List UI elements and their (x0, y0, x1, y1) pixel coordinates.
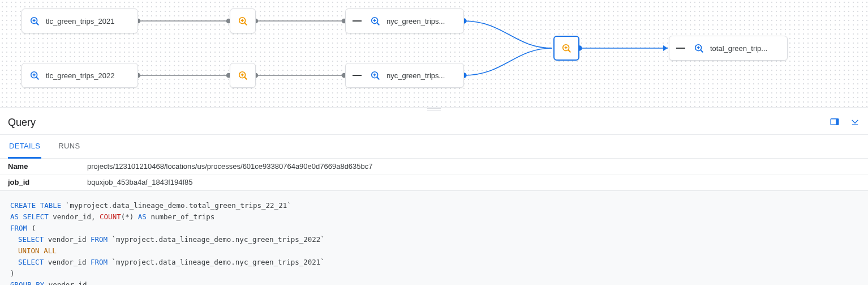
panel-tabs: DETAILS RUNS (0, 135, 868, 159)
intermediate-table-node[interactable]: nyc_green_trips... (345, 8, 464, 33)
collapse-panel-icon[interactable] (850, 117, 860, 129)
svg-line-23 (377, 77, 379, 79)
node-label: tlc_green_trips_2021 (46, 17, 114, 25)
bigquery-icon (693, 42, 704, 54)
node-label: nyc_green_trips... (386, 17, 445, 25)
svg-line-19 (36, 77, 38, 79)
bigquery-icon (29, 70, 40, 81)
collapse-icon[interactable] (353, 75, 362, 76)
sql-code-block: CREATE TABLE `myproject.data_lineage_dem… (0, 191, 868, 285)
panel-title: Query (8, 117, 36, 129)
panel-header: Query (0, 111, 868, 135)
process-node[interactable] (230, 63, 256, 88)
process-icon (237, 70, 248, 81)
tab-details[interactable]: DETAILS (8, 135, 41, 159)
table-row: job_id bquxjob_453ba4af_1843f194f85 (0, 175, 868, 190)
svg-line-25 (568, 50, 570, 52)
process-icon (561, 42, 572, 54)
side-panel-icon[interactable] (830, 117, 840, 129)
svg-marker-11 (663, 45, 668, 51)
svg-line-21 (244, 77, 246, 79)
prop-key-name: Name (8, 162, 87, 171)
svg-line-17 (377, 23, 379, 24)
source-table-node[interactable]: tlc_green_trips_2021 (22, 8, 138, 33)
prop-val-jobid: bquxjob_453ba4af_1843f194f85 (87, 178, 193, 186)
table-row: Name projects/123101210468/locations/us/… (0, 159, 868, 175)
lineage-graph[interactable]: tlc_green_trips_2021 nyc_green_trips... … (0, 0, 868, 108)
source-table-node[interactable]: tlc_green_trips_2022 (22, 63, 138, 88)
svg-line-13 (36, 23, 38, 24)
prop-val-name: projects/123101210468/locations/us/proce… (87, 162, 373, 171)
tab-runs[interactable]: RUNS (57, 135, 81, 158)
collapse-icon[interactable] (353, 20, 362, 22)
destination-table-node[interactable]: total_green_trip... (669, 36, 788, 61)
properties-table: Name projects/123101210468/locations/us/… (0, 159, 868, 191)
intermediate-table-node[interactable]: nyc_green_trips... (345, 63, 464, 88)
bigquery-icon (369, 15, 381, 27)
bigquery-icon (29, 15, 40, 27)
svg-rect-29 (836, 119, 839, 125)
svg-line-15 (244, 23, 246, 24)
bigquery-icon (369, 70, 381, 81)
process-icon (237, 15, 248, 27)
node-label: total_green_trip... (710, 44, 767, 53)
collapse-icon[interactable] (676, 48, 685, 49)
svg-line-27 (701, 50, 702, 52)
prop-key-jobid: job_id (8, 178, 87, 186)
node-label: nyc_green_trips... (386, 71, 445, 80)
selected-process-node[interactable] (553, 36, 579, 61)
node-label: tlc_green_trips_2022 (46, 71, 114, 80)
process-node[interactable] (230, 8, 256, 33)
